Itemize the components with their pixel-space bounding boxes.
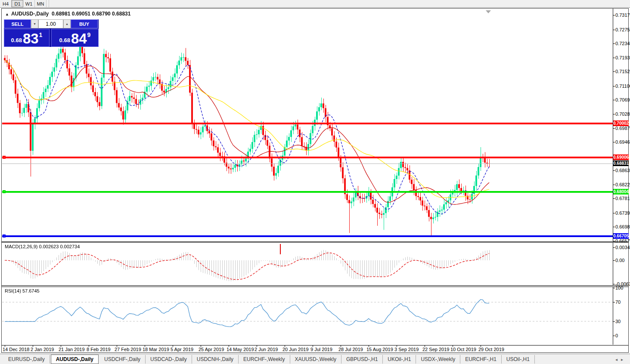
tab-usdx-weekly[interactable]: USDX-,Weekly: [416, 355, 460, 364]
macd-axis-separator: [613, 243, 613, 285]
price-axis-tick: [613, 128, 615, 129]
one-click-trade-panel: SELL ▾ ▴ BUY 0.68 83 1 0.68 84 9: [4, 19, 99, 47]
date-axis-label: 10 Oct 2019: [450, 347, 476, 352]
timeframe-button-h4[interactable]: H4: [0, 0, 12, 7]
date-axis-label: 27 Feb 2019: [115, 347, 141, 352]
chart-tab-bar: EURUSD-,Daily AUDUSD-,Daily USDCHF-,Dail…: [0, 354, 630, 364]
price-axis-label: 0.73170: [615, 12, 630, 18]
tab-usdchf-daily[interactable]: USDCHF-,Daily: [99, 355, 146, 364]
price-axis-tick: [613, 142, 615, 142]
buy-price-prefix: 0.68: [59, 37, 70, 43]
date-axis-label: 29 Oct 2019: [478, 347, 504, 352]
volume-increase-button[interactable]: ▴: [63, 19, 71, 28]
buy-button[interactable]: BUY: [71, 19, 98, 28]
level-anchor-handle[interactable]: [3, 156, 6, 159]
price-axis-label: 0.66980: [615, 224, 630, 229]
macd-axis-tick: [613, 284, 615, 284]
price-level-label: 0.68004: [613, 189, 629, 194]
timeframe-button-w1[interactable]: W1: [23, 0, 35, 7]
chart-window: ▲AUDUSD-,Daily 0.68981 0.69051 0.68790 0…: [1, 8, 629, 353]
price-axis-tick: [613, 58, 615, 58]
price-axis-label: 0.68220: [615, 182, 630, 187]
sell-button[interactable]: SELL: [4, 19, 31, 28]
sell-price-main: 83: [23, 32, 39, 45]
price-axis-tick: [613, 241, 615, 241]
rsi-axis-tick: [613, 336, 615, 336]
price-axis-label: 0.68630: [615, 168, 630, 173]
price-level-label: 0.69006: [613, 154, 629, 160]
macd-label: MACD(12,26,9) 0.002623 0.002734: [5, 244, 80, 249]
price-axis-label: 0.71520: [615, 69, 630, 74]
tab-usdcad-daily[interactable]: USDCAD-,Daily: [146, 355, 192, 364]
chart-ohlc-values: 0.68981 0.69051 0.68790 0.68831: [52, 11, 131, 17]
rsi-axis-label: 0: [615, 333, 618, 338]
sell-price-pip: 1: [39, 31, 43, 38]
tab-scroll-arrows: ◂▸: [615, 357, 627, 362]
tab-audusd-daily[interactable]: AUDUSD-,Daily: [51, 355, 99, 364]
price-level-label: 0.70002: [613, 120, 629, 126]
toolbar-divider: [47, 0, 49, 7]
macd-indicator-pane: MACD(12,26,9) 0.002623 0.002734 0.003490…: [2, 242, 628, 286]
price-axis-tick: [613, 71, 615, 72]
chart-symbol-label: AUDUSD-,Daily: [11, 11, 49, 17]
macd-canvas[interactable]: [2, 243, 613, 286]
timeframe-button-mn[interactable]: MN: [35, 0, 47, 7]
price-axis-tick: [613, 227, 615, 227]
tab-usoil-h1[interactable]: USOil-,H1: [502, 355, 535, 364]
rsi-axis-tick: [613, 321, 615, 322]
date-axis-label: 14 May 2019: [227, 347, 254, 352]
price-axis-label: 0.72750: [615, 27, 630, 32]
rsi-axis-tick: [613, 288, 615, 288]
rsi-axis-tick: [613, 302, 615, 302]
timeframe-toolbar: H4 D1 W1 MN: [0, 0, 630, 8]
price-level-line[interactable]: [2, 157, 613, 158]
volume-input[interactable]: [38, 19, 63, 28]
level-anchor-handle[interactable]: [3, 234, 6, 238]
tab-xauusd-weekly[interactable]: XAUUSD-,Weekly: [290, 355, 341, 364]
buy-price-display[interactable]: 0.68 84 9: [51, 29, 99, 47]
collapse-panel-icon[interactable]: ▲: [5, 12, 9, 16]
price-level-line[interactable]: [2, 191, 613, 193]
date-axis-label: 2 Jun 2019: [254, 347, 278, 352]
date-axis-label: 20 Jun 2019: [282, 347, 309, 352]
price-axis-label: 0.67390: [615, 210, 630, 216]
tab-scroll-right-button[interactable]: ▸: [621, 357, 627, 362]
volume-decrease-button[interactable]: ▾: [31, 19, 38, 28]
macd-axis-label: 0.00: [615, 258, 624, 263]
price-axis-tick: [613, 170, 615, 171]
buy-price-pip: 9: [87, 31, 91, 38]
date-axis-label: 25 Apr 2019: [199, 347, 224, 352]
sell-price-prefix: 0.68: [11, 37, 22, 43]
date-axis-label: 22 Sep 2019: [422, 347, 449, 352]
tab-gbpusd-h1[interactable]: GBPUSD-,H1: [341, 355, 383, 364]
price-axis-tick: [613, 86, 615, 86]
price-axis-tick: [613, 198, 615, 199]
date-axis-label: 28 Jul 2019: [338, 347, 363, 352]
price-axis-label: 0.70690: [615, 97, 630, 102]
tab-scroll-left-button[interactable]: ◂: [615, 357, 621, 362]
tab-ukoil-h1[interactable]: UKOil-,H1: [383, 355, 416, 364]
rsi-indicator-pane: RSI(14) 57.6745 10070300: [2, 287, 628, 345]
date-axis-label: 21 Jan 2019: [59, 347, 85, 352]
sell-price-display[interactable]: 0.68 83 1: [4, 29, 50, 47]
price-axis-label: 0.71100: [615, 83, 630, 89]
price-axis-label: 0.70280: [615, 111, 630, 117]
date-axis-label: 2 Jan 2019: [31, 347, 54, 352]
price-chart-pane: ▲AUDUSD-,Daily 0.68981 0.69051 0.68790 0…: [2, 9, 628, 242]
price-axis-tick: [613, 43, 615, 44]
rsi-canvas[interactable]: [2, 287, 613, 345]
level-anchor-handle[interactable]: [3, 190, 6, 193]
price-level-line[interactable]: [2, 123, 613, 124]
price-axis-label: 0.67810: [615, 196, 630, 201]
price-axis-tick: [613, 213, 615, 213]
timeframe-button-d1[interactable]: D1: [12, 0, 23, 7]
tab-eurchf-weekly[interactable]: EURCHF-,Weekly: [239, 355, 290, 364]
chart-shift-marker-icon[interactable]: [486, 10, 491, 13]
price-level-line[interactable]: [2, 235, 613, 237]
tab-eurusd-daily[interactable]: EURUSD-,Daily: [3, 355, 50, 364]
price-axis-label: 0.66570: [615, 238, 630, 244]
date-axis-label: 3 Sep 2019: [394, 347, 419, 352]
price-axis-label: 0.69870: [615, 126, 630, 131]
tab-eurchf-h1[interactable]: EURCHF-,H1: [460, 355, 502, 364]
tab-usdcnh-daily[interactable]: USDCNH-,Daily: [192, 355, 239, 364]
